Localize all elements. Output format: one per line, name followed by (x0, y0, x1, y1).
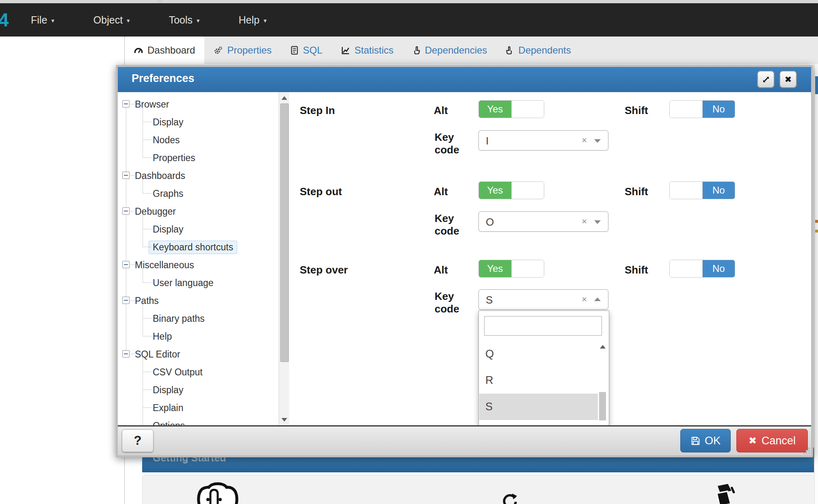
menu-file-label: File (31, 14, 47, 26)
shift-label: Shift (625, 104, 648, 117)
clear-icon[interactable]: × (582, 135, 587, 146)
dropdown-option-r[interactable]: R (479, 367, 599, 394)
tree-item-label: User language (153, 278, 214, 289)
tree-item-user-language[interactable]: User language (118, 274, 279, 292)
tab-statistics[interactable]: Statistics (332, 37, 403, 64)
tree-item-graphs[interactable]: Graphs (118, 185, 279, 202)
alt-toggle-step-over[interactable]: Yes (478, 260, 544, 278)
clear-icon[interactable]: × (582, 294, 587, 305)
tree-item-paths[interactable]: Paths (118, 292, 279, 310)
tab-dependencies[interactable]: Dependencies (403, 37, 496, 64)
dialog-title-bar[interactable]: Preferences ✖ (118, 67, 811, 92)
tree-scrollbar[interactable] (279, 92, 289, 425)
shift-toggle-step-out[interactable]: No (669, 181, 735, 199)
tree-scrollbar-thumb[interactable] (280, 103, 289, 362)
tree-item-dashboards[interactable]: Dashboards (118, 167, 279, 185)
tree-item-explain[interactable]: Explain (118, 399, 279, 417)
collapse-icon[interactable] (122, 207, 130, 215)
collapse-icon[interactable] (122, 100, 130, 108)
close-button[interactable]: ✖ (779, 71, 797, 88)
collapse-icon[interactable] (122, 172, 130, 179)
dropdown-scrollbar[interactable] (598, 342, 608, 425)
resize-grip[interactable] (808, 452, 810, 454)
help-button[interactable]: ? (122, 429, 154, 452)
dropdown-option-q[interactable]: Q (479, 341, 599, 367)
tree-item-sql-display[interactable]: Display (118, 381, 279, 399)
shortcut-name: Step out (300, 185, 342, 198)
pgadmin-logo: 4 (0, 9, 11, 31)
selected-key: S (486, 294, 493, 306)
chevron-down-icon[interactable] (594, 139, 601, 143)
tab-dependents[interactable]: Dependents (496, 37, 580, 64)
tab-sql[interactable]: SQL (281, 37, 332, 64)
ok-button[interactable]: OK (680, 429, 731, 452)
postgresql-elephant-logo (193, 482, 242, 504)
dropdown-option-t[interactable]: T (479, 420, 599, 425)
tree-item-browser[interactable]: Browser (118, 95, 279, 113)
collapse-icon[interactable] (122, 297, 130, 304)
dropdown-scrollbar-thumb[interactable] (599, 392, 606, 420)
cancel-label: Cancel (762, 435, 796, 447)
scroll-up-icon[interactable] (279, 93, 289, 103)
shift-label: Shift (625, 264, 648, 276)
dropdown-option-list: Q R S T U V (479, 341, 599, 425)
collapse-icon[interactable] (122, 261, 130, 268)
clear-icon[interactable]: × (582, 216, 587, 227)
chevron-up-icon[interactable] (594, 297, 601, 301)
tree-item-debugger[interactable]: Debugger (118, 202, 279, 220)
cancel-button[interactable]: ✖ Cancel (736, 429, 808, 452)
keyboard-shortcuts-panel: Step In Alt Yes Shift No Key code I × (294, 92, 811, 425)
menu-file[interactable]: File ▾ (31, 14, 54, 26)
tree-group-debugger: Debugger Display Keyboard shortcuts (118, 202, 279, 256)
menu-tools[interactable]: Tools ▾ (169, 14, 200, 26)
toggle-handle (511, 260, 544, 277)
tab-dashboard[interactable]: Dashboard (125, 37, 204, 64)
tree-item-csv-output[interactable]: CSV Output (118, 363, 279, 381)
chevron-down-icon: ▾ (51, 15, 54, 24)
key-code-select-step-out[interactable]: O × (478, 211, 608, 232)
collapse-icon[interactable] (122, 350, 130, 358)
dropdown-option-s-selected[interactable]: S (479, 394, 599, 420)
dialog-footer: ? OK ✖ Cancel (118, 425, 811, 455)
tree-item-options[interactable]: Options (118, 417, 279, 425)
menu-object[interactable]: Object ▾ (93, 14, 130, 26)
chevron-down-icon[interactable] (594, 220, 601, 224)
dropdown-search-input[interactable] (484, 316, 602, 336)
key-code-select-step-over[interactable]: S × (478, 289, 608, 310)
tree-item-debugger-display[interactable]: Display (118, 220, 279, 238)
menu-bar: 4 File ▾ Object ▾ Tools ▾ Help ▾ (0, 3, 818, 37)
tree-item-browser-nodes[interactable]: Nodes (118, 131, 279, 149)
preferences-dialog: Preferences ✖ Browser Display (116, 65, 813, 457)
tab-statistics-label: Statistics (355, 45, 394, 56)
shift-toggle-step-over[interactable]: No (669, 260, 735, 278)
tree-item-label: Options (153, 420, 185, 426)
tree-item-help[interactable]: Help (118, 327, 279, 345)
alt-toggle-step-out[interactable]: Yes (478, 181, 544, 199)
tree-item-browser-properties[interactable]: Properties (118, 149, 279, 167)
tab-sql-label: SQL (303, 45, 322, 56)
key-code-select-step-in[interactable]: I × (478, 130, 608, 151)
tree-item-sql-editor[interactable]: SQL Editor (118, 345, 279, 363)
tree-item-keyboard-shortcuts[interactable]: Keyboard shortcuts (118, 238, 279, 256)
tree-item-miscellaneous[interactable]: Miscellaneous (118, 256, 279, 274)
menu-help[interactable]: Help ▾ (239, 14, 267, 26)
toggle-handle (670, 101, 703, 118)
tree-item-browser-display[interactable]: Display (118, 113, 279, 131)
tab-dependents-label: Dependents (518, 45, 571, 56)
toggle-handle (670, 260, 703, 277)
tree-item-label: Properties (153, 153, 195, 164)
alt-toggle-step-in[interactable]: Yes (478, 100, 544, 118)
tree-item-binary-paths[interactable]: Binary paths (118, 310, 279, 327)
scroll-down-icon[interactable] (279, 415, 289, 424)
line-chart-icon (341, 46, 350, 55)
key-code-label: Key code (435, 131, 475, 156)
shift-toggle-step-in[interactable]: No (669, 100, 735, 118)
gears-icon (214, 46, 223, 55)
tree-item-label: Binary paths (153, 313, 205, 324)
maximize-button[interactable] (757, 71, 775, 88)
hand-pointer-icon (412, 46, 420, 55)
scroll-up-icon[interactable] (598, 342, 608, 351)
tab-properties[interactable]: Properties (204, 37, 281, 64)
menu-object-label: Object (93, 14, 123, 26)
background-content-sliver (814, 64, 818, 504)
